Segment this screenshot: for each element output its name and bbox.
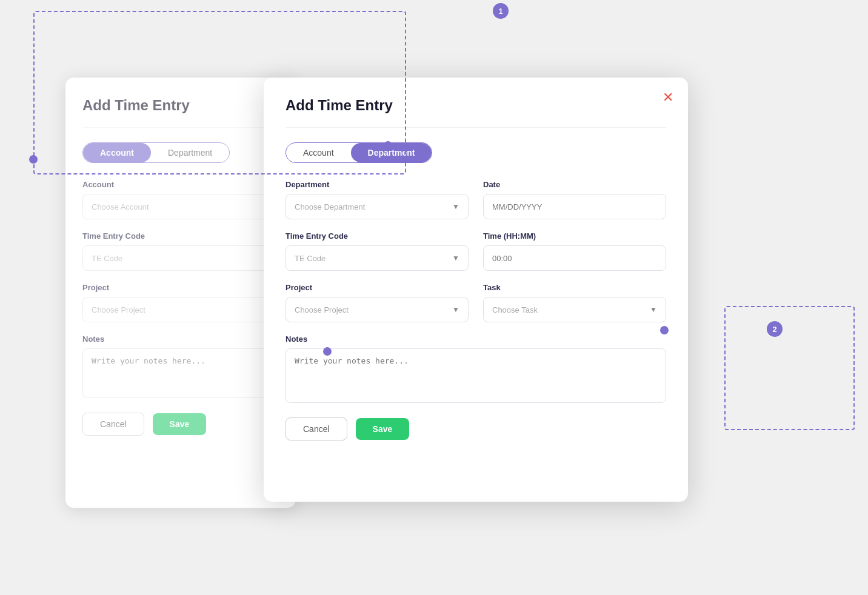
fg-notes-field: Notes xyxy=(285,334,666,403)
fg-task-select[interactable]: Choose Task ▼ xyxy=(483,297,666,322)
bg-tab-group[interactable]: Account Department xyxy=(82,142,230,163)
bg-te-code-field: Time Entry Code TE Code ▼ xyxy=(82,231,279,271)
annotation-dot-2: 2 xyxy=(767,321,783,337)
fg-time-field: Time (HH:MM) xyxy=(483,231,666,271)
fg-te-code-placeholder: TE Code xyxy=(295,254,326,263)
fg-divider xyxy=(285,127,666,128)
bg-btn-row: Cancel Save xyxy=(82,413,279,436)
bg-notes-label: Notes xyxy=(82,334,279,344)
fg-row3: Project Choose Project ▼ Task Choose Tas… xyxy=(285,283,666,322)
fg-task-chevron: ▼ xyxy=(650,305,657,314)
fg-department-placeholder: Choose Department xyxy=(295,202,365,211)
fg-te-code-label: Time Entry Code xyxy=(285,231,469,241)
divider xyxy=(82,127,279,128)
fg-task-label: Task xyxy=(483,283,666,292)
fg-te-code-select[interactable]: TE Code ▼ xyxy=(285,245,469,271)
fg-notes-textarea[interactable] xyxy=(285,348,666,403)
fg-tab-account[interactable]: Account xyxy=(286,143,351,162)
bg-te-code-select[interactable]: TE Code ▼ xyxy=(82,245,279,271)
connector-dot-right xyxy=(660,326,669,334)
bg-notes-textarea[interactable] xyxy=(82,348,279,398)
fg-project-label: Project xyxy=(285,283,469,292)
bg-project-label: Project xyxy=(82,283,279,292)
fg-department-label: Department xyxy=(285,180,469,189)
fg-date-field: Date xyxy=(483,180,666,219)
fg-cancel-button[interactable]: Cancel xyxy=(285,417,347,440)
fg-department-chevron: ▼ xyxy=(452,202,459,211)
fg-btn-row: Cancel Save xyxy=(285,417,666,440)
fg-row2: Time Entry Code TE Code ▼ Time (HH:MM) xyxy=(285,231,666,271)
fg-department-field: Department Choose Department ▼ xyxy=(285,180,469,219)
fg-project-placeholder: Choose Project xyxy=(295,305,349,314)
close-button[interactable]: ✕ xyxy=(663,91,673,104)
bg-tab-account[interactable]: Account xyxy=(83,143,151,162)
fg-task-placeholder: Choose Task xyxy=(492,305,538,314)
bg-te-code-label: Time Entry Code xyxy=(82,231,279,241)
bg-project-select[interactable]: Choose Project ▼ xyxy=(82,297,279,322)
fg-dialog-title: Add Time Entry xyxy=(285,97,666,114)
fg-te-code-field: Time Entry Code TE Code ▼ xyxy=(285,231,469,271)
bg-project-placeholder: Choose Project xyxy=(92,305,145,314)
fg-row1: Department Choose Department ▼ Date xyxy=(285,180,666,219)
fg-time-label: Time (HH:MM) xyxy=(483,231,666,241)
bg-notes-field: Notes xyxy=(82,334,279,398)
bg-dialog-title: Add Time Entry xyxy=(82,97,279,114)
bg-te-code-placeholder: TE Code xyxy=(92,254,122,263)
connector-dot-left xyxy=(29,155,38,164)
fg-te-code-chevron: ▼ xyxy=(452,254,459,262)
bg-account-label: Account xyxy=(82,180,279,189)
fg-project-select[interactable]: Choose Project ▼ xyxy=(285,297,469,322)
bg-tab-department[interactable]: Department xyxy=(151,143,229,162)
fg-tab-group[interactable]: Account Department xyxy=(285,142,432,163)
fg-date-label: Date xyxy=(483,180,666,189)
annotation-box-2 xyxy=(724,306,855,430)
bg-cancel-button[interactable]: Cancel xyxy=(82,413,144,436)
fg-date-input[interactable] xyxy=(483,194,666,219)
bg-account-field: Account Choose Account ▼ xyxy=(82,180,279,219)
fg-notes-label: Notes xyxy=(285,334,666,344)
bg-account-select[interactable]: Choose Account ▼ xyxy=(82,194,279,219)
background-dialog: Add Time Entry Account Department Accoun… xyxy=(65,78,296,508)
fg-project-field: Project Choose Project ▼ xyxy=(285,283,469,322)
foreground-dialog: ✕ Add Time Entry Account Department Depa… xyxy=(264,78,688,502)
fg-save-button[interactable]: Save xyxy=(356,418,410,440)
connector-dot-mid-top xyxy=(384,141,392,150)
bg-project-field: Project Choose Project ▼ xyxy=(82,283,279,322)
annotation-dot-1: 1 xyxy=(493,3,509,19)
fg-time-input[interactable] xyxy=(483,245,666,271)
bg-save-button[interactable]: Save xyxy=(153,413,207,435)
connector-dot-mid-bottom xyxy=(323,347,332,356)
fg-department-select[interactable]: Choose Department ▼ xyxy=(285,194,469,219)
fg-project-chevron: ▼ xyxy=(452,305,459,314)
fg-task-field: Task Choose Task ▼ xyxy=(483,283,666,322)
bg-account-placeholder: Choose Account xyxy=(92,202,149,211)
